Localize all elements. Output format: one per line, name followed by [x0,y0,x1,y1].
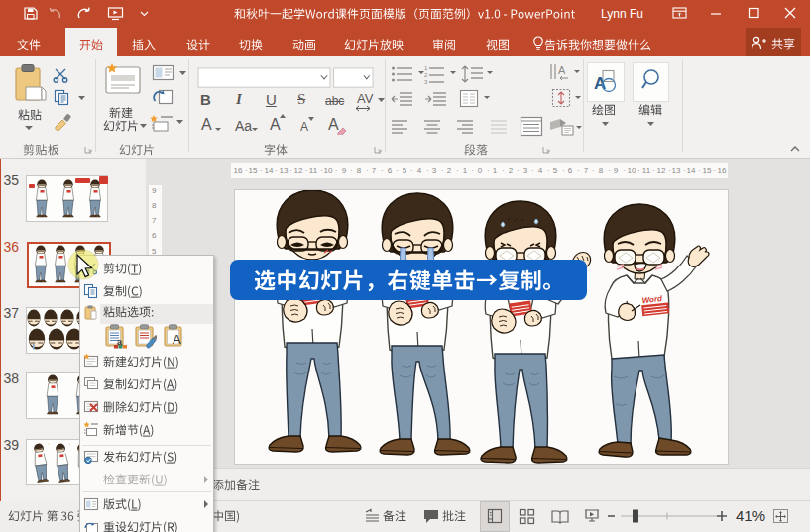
svg-text:2: 2 [424,72,428,78]
svg-text:A: A [173,332,181,347]
svg-text:1: 1 [424,65,428,71]
svg-text:3: 3 [424,79,428,84]
svg-text:A: A [558,64,566,76]
